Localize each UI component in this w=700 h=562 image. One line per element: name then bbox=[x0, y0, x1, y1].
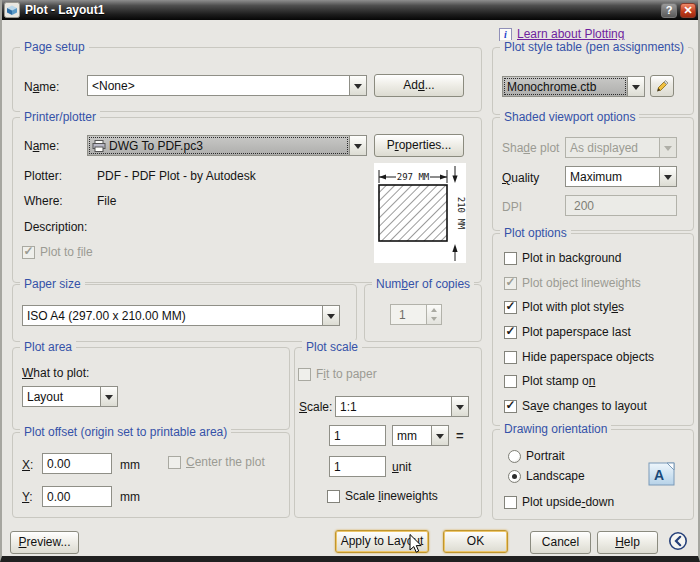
dpi-label: DPI bbox=[502, 200, 522, 214]
paper-units-select[interactable]: mm bbox=[392, 425, 449, 446]
quality-select[interactable]: Maximum bbox=[565, 166, 677, 187]
what-to-plot-label: What to plot: bbox=[22, 366, 89, 380]
scale-select[interactable]: 1:1 bbox=[335, 396, 469, 417]
stepper-up-icon[interactable] bbox=[427, 305, 441, 315]
checkbox-box[interactable] bbox=[504, 400, 517, 413]
option-label: Hide paperspace objects bbox=[522, 350, 654, 364]
close-button[interactable]: ✕ bbox=[680, 3, 696, 18]
offset-y-label: Y: bbox=[22, 490, 33, 504]
checkbox-box[interactable] bbox=[504, 351, 517, 364]
cancel-button[interactable]: Cancel bbox=[530, 531, 591, 554]
scale-value: 1:1 bbox=[336, 397, 451, 416]
chevron-down-icon bbox=[659, 138, 676, 157]
scale-lineweights-label: Scale lineweights bbox=[345, 489, 438, 503]
plot-to-file-label: Plot to file bbox=[40, 245, 93, 259]
paper-units-field[interactable]: 1 bbox=[329, 425, 386, 446]
plot-style-title: Plot style table (pen assignments) bbox=[500, 40, 688, 55]
copies-value[interactable]: 1 bbox=[390, 304, 426, 325]
chevron-down-icon[interactable] bbox=[659, 167, 676, 186]
plot-stamp-on-checkbox[interactable]: Plot stamp on bbox=[504, 374, 595, 388]
checkbox-box[interactable] bbox=[504, 496, 517, 509]
drawing-units-field[interactable]: 1 bbox=[329, 456, 386, 477]
landscape-radio[interactable]: Landscape bbox=[508, 469, 585, 483]
printer-name-text: DWG To PDF.pc3 bbox=[109, 139, 203, 153]
stepper-down-icon[interactable] bbox=[427, 315, 441, 325]
option-label: Plot object lineweights bbox=[522, 276, 641, 290]
portrait-radio[interactable]: Portrait bbox=[508, 449, 565, 463]
shade-plot-select: As displayed bbox=[565, 137, 677, 158]
titlebar-help-button[interactable]: ? bbox=[661, 3, 677, 18]
plot-with-plot-styles-checkbox[interactable]: Plot with plot styles bbox=[504, 300, 624, 314]
checkbox-box[interactable] bbox=[298, 368, 311, 381]
radio-circle[interactable] bbox=[508, 470, 521, 483]
learn-about-plotting-link[interactable]: Learn about Plotting bbox=[517, 27, 624, 41]
mouse-cursor bbox=[409, 534, 423, 558]
properties-button[interactable]: Properties... bbox=[374, 134, 464, 157]
edit-plot-style-button[interactable] bbox=[650, 75, 674, 97]
plot-to-file-checkbox[interactable]: Plot to file bbox=[22, 245, 93, 259]
checkbox-box[interactable] bbox=[327, 490, 340, 503]
chevron-down-icon[interactable] bbox=[451, 397, 468, 416]
plot-style-select[interactable]: Monochrome.ctb bbox=[502, 76, 645, 97]
quality-value: Maximum bbox=[566, 167, 659, 186]
preview-button[interactable]: Preview... bbox=[10, 531, 79, 554]
window-title: Plot - Layout1 bbox=[25, 3, 658, 17]
plot-dialog: Plot - Layout1 ? ✕ i Learn about Plottin… bbox=[0, 0, 700, 562]
copies-stepper[interactable]: 1 bbox=[390, 304, 442, 325]
stepper-buttons[interactable] bbox=[426, 304, 442, 325]
copies-title: Number of copies bbox=[372, 277, 474, 292]
titlebar[interactable]: Plot - Layout1 ? ✕ bbox=[0, 0, 700, 20]
chevron-down-icon[interactable] bbox=[100, 387, 117, 406]
dpi-field: 200 bbox=[565, 195, 677, 216]
checkbox-box[interactable] bbox=[22, 246, 35, 259]
option-label: Plot in background bbox=[522, 251, 621, 265]
page-setup-name-select[interactable]: <None> bbox=[87, 75, 367, 96]
where-value: File bbox=[97, 194, 116, 208]
plot-paperspace-last-checkbox[interactable]: Plot paperspace last bbox=[504, 325, 631, 339]
checkbox-box[interactable] bbox=[504, 301, 517, 314]
plot-upside-down-label: Plot upside-down bbox=[522, 495, 614, 509]
plotter-value: PDF - PDF Plot - by Autodesk bbox=[97, 169, 256, 183]
checkbox-box[interactable] bbox=[504, 326, 517, 339]
center-the-plot-checkbox[interactable]: Center the plot bbox=[168, 455, 265, 469]
plot-object-lineweights-checkbox[interactable]: Plot object lineweights bbox=[504, 276, 641, 290]
plot-upside-down-checkbox[interactable]: Plot upside-down bbox=[504, 495, 614, 509]
printer-name-select[interactable]: DWG To PDF.pc3 bbox=[87, 135, 367, 156]
hide-paperspace-objects-checkbox[interactable]: Hide paperspace objects bbox=[504, 350, 654, 364]
shade-plot-label: Shade plot bbox=[502, 141, 559, 155]
less-options-button[interactable] bbox=[668, 531, 688, 551]
chevron-down-icon[interactable] bbox=[627, 77, 644, 96]
save-changes-to-layout-checkbox[interactable]: Save changes to layout bbox=[504, 399, 647, 413]
landscape-label: Landscape bbox=[526, 469, 585, 483]
option-label: Plot stamp on bbox=[522, 374, 595, 388]
chevron-down-icon[interactable] bbox=[322, 306, 339, 325]
shaded-viewport-title: Shaded viewport options bbox=[500, 110, 639, 125]
scale-lineweights-checkbox[interactable]: Scale lineweights bbox=[327, 489, 438, 503]
fit-to-paper-checkbox[interactable]: Fit to paper bbox=[298, 367, 377, 381]
what-to-plot-select[interactable]: Layout bbox=[22, 386, 118, 407]
checkbox-box[interactable] bbox=[504, 375, 517, 388]
radio-circle[interactable] bbox=[508, 450, 521, 463]
paper-size-select[interactable]: ISO A4 (297.00 x 210.00 MM) bbox=[22, 305, 340, 326]
offset-x-label: X: bbox=[22, 458, 33, 472]
orientation-letter: A bbox=[654, 467, 664, 483]
offset-y-field[interactable]: 0.00 bbox=[42, 486, 112, 507]
plot-in-background-checkbox[interactable]: Plot in background bbox=[504, 251, 621, 265]
chevron-down-icon[interactable] bbox=[431, 426, 448, 445]
checkbox-box[interactable] bbox=[504, 277, 517, 290]
shade-plot-value: As displayed bbox=[566, 138, 659, 157]
ok-button[interactable]: OK bbox=[443, 530, 508, 553]
chevron-down-icon[interactable] bbox=[349, 136, 366, 155]
offset-x-field[interactable]: 0.00 bbox=[42, 453, 112, 474]
chevron-down-icon[interactable] bbox=[349, 76, 366, 95]
add-button[interactable]: Add... bbox=[374, 74, 464, 97]
checkbox-box[interactable] bbox=[504, 252, 517, 265]
where-label: Where: bbox=[24, 194, 63, 208]
checkbox-box[interactable] bbox=[168, 456, 181, 469]
plotter-label: Plotter: bbox=[24, 169, 62, 183]
quality-label: Quality bbox=[502, 171, 539, 185]
pencil-icon bbox=[654, 78, 670, 94]
plot-scale-title: Plot scale bbox=[302, 340, 362, 355]
help-button[interactable]: Help bbox=[597, 531, 658, 554]
center-the-plot-label: Center the plot bbox=[186, 455, 265, 469]
